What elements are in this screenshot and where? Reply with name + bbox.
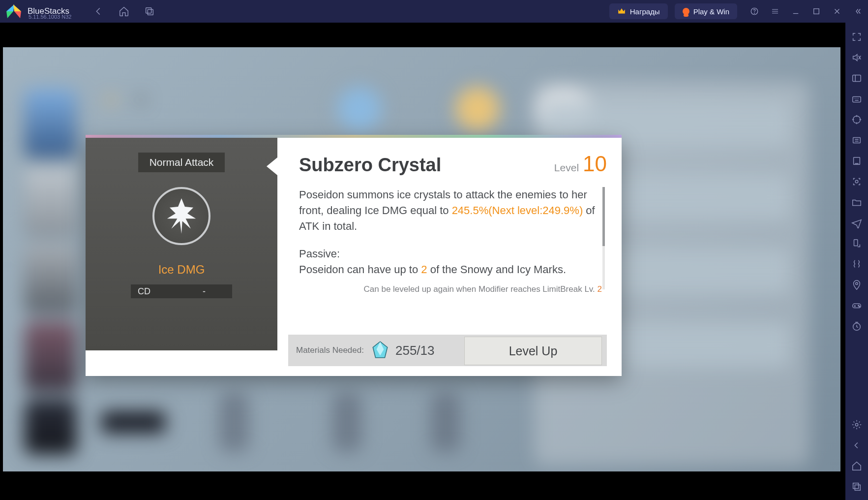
home-icon[interactable] xyxy=(119,6,129,17)
scrollbar-thumb[interactable] xyxy=(602,187,605,246)
skill-summary-panel: Normal Attack Ice DMG CD - xyxy=(86,138,277,350)
svg-rect-1 xyxy=(148,9,153,15)
collapse-sidebar-icon[interactable] xyxy=(847,0,868,23)
bluestacks-logo-icon xyxy=(7,4,21,18)
macro-icon[interactable] xyxy=(851,135,862,146)
svg-point-3 xyxy=(754,13,755,13)
pawn-icon xyxy=(683,8,689,15)
passive-label: Passive: xyxy=(299,246,596,262)
side-rail xyxy=(845,23,868,500)
crown-icon xyxy=(617,7,626,16)
materials-count: 255/13 xyxy=(395,343,435,358)
level-up-label: Level Up xyxy=(509,344,558,358)
damage-type-label: Ice DMG xyxy=(158,263,205,277)
rewards-label: Награды xyxy=(630,7,660,16)
svg-rect-11 xyxy=(854,240,858,246)
svg-point-12 xyxy=(856,282,858,285)
cd-label: CD xyxy=(138,286,150,297)
controller-icon[interactable] xyxy=(851,300,862,311)
cd-value: - xyxy=(203,286,206,297)
recents-rail-icon[interactable] xyxy=(851,481,862,492)
game-viewport: Normal Attack Ice DMG CD - xyxy=(0,23,845,500)
minimize-icon[interactable] xyxy=(785,0,806,23)
passive-number: 2 xyxy=(421,263,427,276)
app-version: 5.11.56.1003 N32 xyxy=(29,14,71,20)
level-up-button[interactable]: Level Up xyxy=(464,337,602,365)
level-label: Level xyxy=(554,162,579,174)
media-folder-icon[interactable] xyxy=(851,197,862,208)
hamburger-icon[interactable] xyxy=(765,0,785,23)
svg-rect-5 xyxy=(853,75,861,82)
back-arrow-icon[interactable] xyxy=(851,440,862,451)
keyboard-settings-icon[interactable] xyxy=(851,94,862,104)
clock-icon[interactable] xyxy=(851,321,862,332)
svg-rect-8 xyxy=(853,138,861,143)
limitbreak-level: 2 xyxy=(598,284,602,294)
material-gem-icon xyxy=(370,340,390,361)
keymap-icon[interactable] xyxy=(851,73,862,84)
svg-rect-19 xyxy=(855,485,860,490)
home-rail-icon[interactable] xyxy=(851,461,862,471)
level-value: 10 xyxy=(583,152,607,176)
percent-value: 245.5%(Next level:249.9%) xyxy=(452,204,583,217)
play-and-win-button[interactable]: Play & Win xyxy=(675,3,737,19)
skill-level: Level 10 xyxy=(554,152,607,176)
volume-icon[interactable] xyxy=(851,52,862,63)
svg-point-17 xyxy=(855,423,858,426)
materials-label: Materials Needed: xyxy=(296,345,364,355)
game-area: Normal Attack Ice DMG CD - xyxy=(3,47,840,471)
svg-point-7 xyxy=(853,116,861,124)
svg-point-10 xyxy=(855,180,858,183)
back-icon[interactable] xyxy=(93,6,104,17)
rewards-button[interactable]: Награды xyxy=(609,3,668,19)
settings-icon[interactable] xyxy=(851,419,862,430)
skill-description-scroll[interactable]: Poseidon summons ice crystals to attack … xyxy=(299,187,607,289)
passive-line: Poseidon can have up to 2 of the Snowy a… xyxy=(299,262,596,278)
airplane-icon[interactable] xyxy=(851,218,862,228)
attack-type-badge: Normal Attack xyxy=(138,153,225,172)
skill-desc-line1: Poseidon summons ice crystals to attack … xyxy=(299,187,596,234)
cooldown-bar: CD - xyxy=(131,284,232,298)
screenshot-icon[interactable] xyxy=(851,176,862,187)
skill-detail-modal: Normal Attack Ice DMG CD - xyxy=(86,138,622,376)
svg-rect-6 xyxy=(853,96,861,102)
help-icon[interactable] xyxy=(744,0,765,23)
titlebar: BlueStacks 5.11.56.1003 N32 Награды Play… xyxy=(0,0,868,23)
skill-icon xyxy=(152,187,210,245)
close-icon[interactable] xyxy=(827,0,847,23)
play-win-label: Play & Win xyxy=(693,7,729,16)
svg-rect-4 xyxy=(814,9,819,14)
maximize-icon[interactable] xyxy=(806,0,827,23)
rotate-icon[interactable] xyxy=(851,238,862,249)
skill-title: Subzero Crystal xyxy=(299,155,441,176)
apk-icon[interactable] xyxy=(851,156,862,166)
svg-point-14 xyxy=(858,305,859,306)
svg-rect-0 xyxy=(146,8,151,13)
svg-rect-18 xyxy=(853,483,859,489)
shake-icon[interactable] xyxy=(851,259,862,270)
limitbreak-note: Can be leveled up again when Modifier re… xyxy=(364,284,602,294)
location-icon[interactable] xyxy=(851,280,862,290)
fullscreen-icon[interactable] xyxy=(851,31,862,42)
aim-icon[interactable] xyxy=(851,114,862,125)
svg-point-15 xyxy=(859,306,860,307)
recents-icon[interactable] xyxy=(144,6,155,17)
